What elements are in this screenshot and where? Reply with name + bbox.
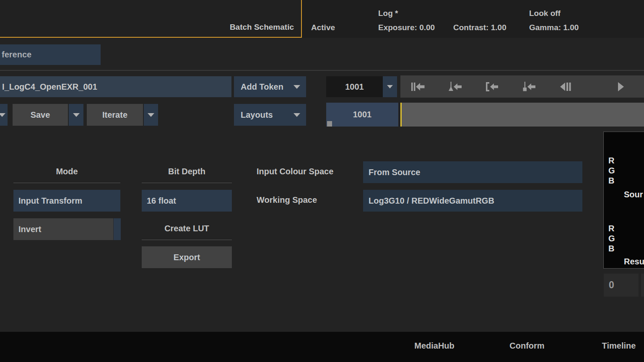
source-channel-r: R [608,155,615,165]
chevron-down-icon [148,113,154,117]
app-window: Batch Schematic Active Log * Exposure: 0… [0,0,644,362]
contrast-value-label[interactable]: Contrast: 1.00 [453,23,506,32]
transport-bar [400,75,644,98]
iterate-button[interactable]: Iterate [87,104,143,126]
frame-tab-label: 1001 [353,110,372,119]
tab-mediahub[interactable]: MediaHub [405,341,464,351]
clipped-dropdown-button[interactable] [0,104,8,126]
active-status-label[interactable]: Active [311,23,335,32]
look-status-label[interactable]: Look off [529,9,561,18]
clip-name-input[interactable]: I_LogC4_OpenEXR_001 [0,76,231,97]
chevron-down-icon [73,113,80,117]
save-button[interactable]: Save [13,104,68,126]
result-channel-g: G [608,233,615,243]
frame-tab[interactable]: 1001 [326,103,398,127]
reference-button-label: ference [2,50,31,59]
chevron-down-icon [293,113,300,117]
create-lut-section-label: Create LUT [142,224,232,233]
result-channel-r: R [608,223,615,233]
toolbar-divider [0,70,644,71]
layouts-dropdown[interactable]: Layouts [234,104,306,126]
tab-batch-schematic-label: Batch Schematic [230,23,294,32]
bit-depth-value: 16 float [147,196,176,206]
counter-field[interactable]: 0 [604,274,639,297]
source-channel-b: B [608,176,615,186]
clip-name-text: I_LogC4_OpenEXR_001 [2,82,97,92]
add-token-dropdown[interactable]: Add Token [234,76,306,97]
chevron-down-icon [0,113,5,117]
input-transform-label: Input Transform [18,196,82,206]
tab-timeline[interactable]: Timeline [589,341,644,351]
previous-keyframe-icon[interactable] [448,81,462,93]
working-space-label: Working Space [257,195,317,205]
bit-depth-dropdown[interactable]: 16 float [142,190,232,212]
reference-button[interactable]: ference [0,44,101,65]
go-to-start-icon[interactable] [411,81,425,93]
exposure-value-label[interactable]: Exposure: 0.00 [378,23,435,32]
iterate-options-dropdown[interactable] [144,104,158,126]
counter-value: 0 [609,279,614,291]
chevron-down-icon [293,85,300,89]
go-to-in-mark-icon[interactable] [485,81,499,93]
timeline-track[interactable] [402,103,644,127]
working-space-value: Log3G10 / REDWideGamutRGB [369,196,494,206]
add-token-label: Add Token [241,82,283,92]
input-transform-button[interactable]: Input Transform [13,190,120,212]
invert-toggle[interactable]: Invert [13,218,121,240]
frame-dropdown-button[interactable] [383,76,397,97]
previous-marker-icon[interactable] [522,81,536,93]
bit-depth-section-label: Bit Depth [142,167,232,176]
layouts-label: Layouts [241,110,273,120]
save-options-dropdown[interactable] [69,104,83,126]
input-colour-space-dropdown[interactable]: From Source [363,161,582,183]
chevron-down-icon [387,85,393,88]
play-icon[interactable] [614,81,628,93]
result-node-label: Resu [624,257,644,266]
input-colour-space-value: From Source [369,168,420,177]
save-button-label: Save [31,110,50,120]
tab-conform[interactable]: Conform [498,341,556,351]
source-node-label: Sour [624,190,643,199]
tab-grip[interactable] [327,121,332,127]
source-channel-g: G [608,165,615,176]
mode-section-label: Mode [13,167,120,176]
input-colour-space-label: Input Colour Space [257,167,333,176]
frame-number-field[interactable]: 1001 [326,76,383,97]
working-space-dropdown[interactable]: Log3G10 / REDWideGamutRGB [363,190,582,212]
bit-depth-section-divider [142,183,232,183]
gamma-value-label[interactable]: Gamma: 1.00 [529,23,579,32]
export-button-label: Export [174,253,200,262]
iterate-button-label: Iterate [102,110,127,120]
invert-toggle-label: Invert [18,225,41,234]
create-lut-section-divider [142,240,232,240]
invert-toggle-indicator [113,218,121,240]
viewer-node-panel[interactable]: R G B Sour R G B Resu [603,132,644,269]
tab-batch-schematic[interactable]: Batch Schematic [0,0,302,38]
frame-number-value: 1001 [345,82,364,92]
view-log-label[interactable]: Log * [378,9,398,18]
counter-field-clipped[interactable] [641,274,644,297]
export-button[interactable]: Export [142,246,232,268]
result-channel-b: B [608,243,615,253]
mode-section-divider [13,183,120,183]
step-back-icon[interactable] [559,81,574,93]
